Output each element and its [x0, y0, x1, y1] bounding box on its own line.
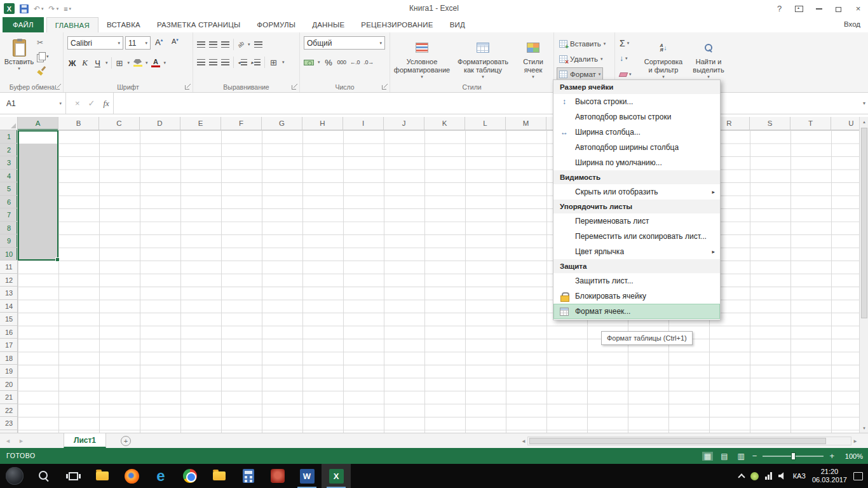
menu-item[interactable]: ↕Высота строки... — [553, 94, 720, 109]
caret-down-icon[interactable]: ▾ — [164, 60, 166, 65]
menu-item[interactable]: Ширина по умолчанию... — [553, 155, 720, 170]
row-header-17[interactable]: 17 — [0, 339, 18, 352]
column-header-G[interactable]: G — [262, 117, 302, 130]
zoom-slider[interactable] — [763, 456, 824, 457]
vertical-scrollbar-thumb[interactable] — [861, 128, 867, 318]
language-indicator[interactable]: КАЗ — [793, 472, 806, 480]
insert-function-button[interactable]: fx — [104, 98, 109, 109]
taskbar-chrome[interactable] — [175, 464, 205, 488]
row-header-20[interactable]: 20 — [0, 378, 18, 391]
format-painter-button[interactable] — [37, 65, 49, 76]
caret-down-icon[interactable]: ▾ — [143, 41, 147, 46]
copy-button[interactable]: ▾ — [37, 51, 49, 62]
row-header-8[interactable]: 8 — [0, 222, 18, 235]
ribbon-display-options-button[interactable] — [789, 0, 809, 17]
menu-item[interactable]: Скрыть или отобразить▸ — [553, 184, 720, 200]
scroll-left-icon[interactable]: ◄ — [521, 438, 526, 444]
insert-cells-button[interactable]: Вставить ▾ — [557, 37, 608, 50]
menu-item[interactable]: Автоподбор высоты строки — [553, 109, 720, 125]
column-header-A[interactable]: A — [18, 117, 58, 130]
new-sheet-button[interactable]: + — [121, 436, 131, 446]
row-header-15[interactable]: 15 — [0, 313, 18, 326]
autosum-button[interactable]: Σ ▾ — [620, 37, 629, 50]
align-center-icon[interactable] — [209, 59, 217, 65]
decrease-decimal-button[interactable]: .0→ — [363, 59, 374, 65]
column-header-K[interactable]: K — [424, 117, 465, 130]
tab-insert[interactable]: ВСТАВКА — [98, 17, 149, 32]
bold-button[interactable]: Ж — [67, 56, 77, 70]
column-header-B[interactable]: B — [58, 117, 99, 130]
sheet-tab-Лист1[interactable]: Лист1 — [64, 433, 106, 448]
tray-expand-icon[interactable] — [738, 473, 745, 480]
alignment-dialog-launcher-icon[interactable] — [292, 84, 297, 90]
row-header-23[interactable]: 23 — [0, 417, 18, 430]
zoom-in-button[interactable]: + — [829, 451, 834, 461]
paste-button[interactable]: Вставить ▾ — [4, 34, 34, 90]
tab-data[interactable]: ДАННЫЕ — [304, 17, 353, 32]
taskbar-word[interactable]: W — [292, 464, 322, 488]
wrap-text-icon[interactable] — [254, 41, 262, 48]
row-header-1[interactable]: 1 — [0, 130, 18, 144]
cut-button[interactable]: ✂ — [37, 37, 49, 48]
menu-item[interactable]: ↔Ширина столбца... — [553, 125, 720, 140]
selection-range[interactable] — [18, 130, 58, 261]
tab-home[interactable]: ГЛАВНАЯ — [46, 17, 98, 32]
caret-down-icon[interactable]: ▾ — [377, 41, 382, 46]
column-header-M[interactable]: M — [506, 117, 546, 130]
menu-item[interactable]: Автоподбор ширины столбца — [553, 140, 720, 155]
row-header-14[interactable]: 14 — [0, 300, 18, 313]
caret-down-icon[interactable]: ▾ — [128, 60, 130, 65]
align-middle-icon[interactable] — [209, 41, 217, 48]
taskbar-app-red[interactable] — [263, 464, 292, 488]
help-button[interactable]: ? — [770, 0, 789, 17]
align-left-icon[interactable] — [197, 59, 205, 65]
cancel-entry-button[interactable]: × — [75, 98, 80, 108]
sign-in-link[interactable]: Вход — [844, 20, 860, 28]
network-tray-icon[interactable] — [765, 472, 772, 480]
taskbar-start[interactable] — [0, 464, 29, 488]
taskbar-calculator[interactable] — [234, 464, 263, 488]
increase-decimal-button[interactable]: ←.0 — [350, 59, 360, 65]
caret-down-icon[interactable]: ▾ — [105, 60, 108, 65]
caret-down-icon[interactable]: ▾ — [59, 101, 65, 106]
scroll-down-icon[interactable]: ▾ — [860, 423, 868, 433]
font-name-select[interactable]: Calibri ▾ — [67, 36, 123, 50]
menu-item[interactable]: Переместить или скопировать лист... — [553, 229, 720, 244]
number-format-select[interactable]: Общий ▾ — [304, 36, 385, 50]
taskbar-folder[interactable] — [205, 464, 234, 488]
antivirus-tray-icon[interactable] — [750, 472, 759, 480]
column-header-T[interactable]: T — [790, 117, 831, 130]
column-header-H[interactable]: H — [302, 117, 343, 130]
shrink-font-button[interactable]: А▾ — [172, 37, 179, 45]
menu-item[interactable]: Цвет ярлычка▸ — [553, 244, 720, 259]
delete-cells-button[interactable]: Удалить ▾ — [557, 52, 605, 65]
caret-down-icon[interactable]: ▾ — [116, 41, 120, 46]
column-header-S[interactable]: S — [750, 117, 790, 130]
cell-styles-button[interactable]: Стили ячеек ▾ — [515, 34, 552, 90]
taskbar-file-explorer[interactable] — [88, 464, 117, 488]
scroll-up-icon[interactable]: ▴ — [860, 117, 868, 126]
fill-button[interactable]: ↓ ▾ — [620, 52, 628, 65]
tab-view[interactable]: ВИД — [442, 17, 473, 32]
italic-button[interactable]: К — [80, 56, 90, 70]
horizontal-scrollbar[interactable]: ◄ ► — [521, 436, 858, 446]
horizontal-scrollbar-track[interactable] — [527, 437, 851, 445]
cells-area[interactable] — [18, 130, 859, 433]
sheet-nav-back-icon[interactable]: ◄ — [5, 438, 11, 444]
align-bottom-icon[interactable] — [221, 41, 229, 48]
row-header-16[interactable]: 16 — [0, 326, 18, 339]
scroll-right-icon[interactable]: ► — [853, 438, 858, 444]
save-button[interactable] — [20, 4, 29, 13]
row-header-21[interactable]: 21 — [0, 391, 18, 404]
merge-center-button[interactable]: ⊞ — [269, 55, 278, 69]
row-header-5[interactable]: 5 — [0, 182, 18, 196]
menu-item[interactable]: Защитить лист... — [553, 273, 720, 288]
row-header-19[interactable]: 19 — [0, 365, 18, 378]
caret-down-icon[interactable]: ▾ — [318, 60, 320, 65]
confirm-entry-button[interactable]: ✓ — [88, 98, 95, 108]
column-header-J[interactable]: J — [384, 117, 424, 130]
row-header-12[interactable]: 12 — [0, 274, 18, 287]
font-dialog-launcher-icon[interactable] — [185, 84, 191, 90]
taskbar-firefox[interactable] — [117, 464, 146, 488]
clipboard-dialog-launcher-icon[interactable] — [55, 84, 61, 90]
